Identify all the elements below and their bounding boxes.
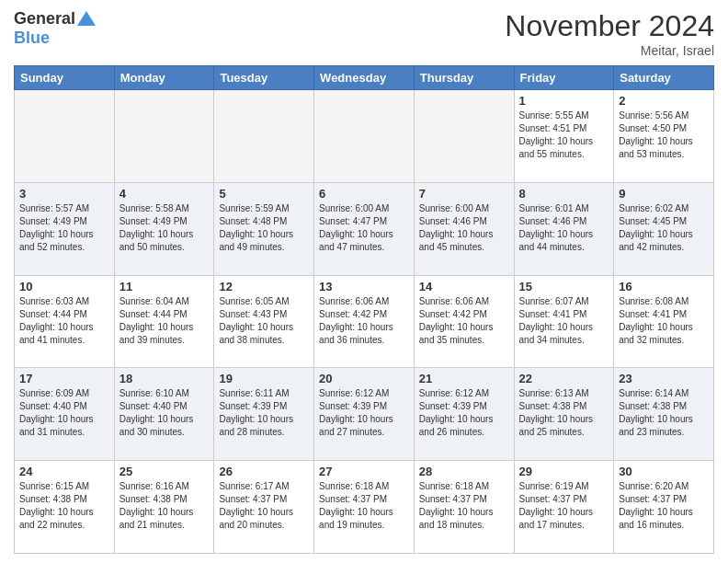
day-number: 2 xyxy=(619,94,709,108)
calendar-cell-w5-d3: 26Sunrise: 6:17 AM Sunset: 4:37 PM Dayli… xyxy=(214,461,314,554)
day-info: Sunrise: 6:11 AM Sunset: 4:39 PM Dayligh… xyxy=(219,387,309,439)
col-header-thursday: Thursday xyxy=(414,66,514,90)
title-section: November 2024 Meitar, Israel xyxy=(505,9,714,58)
calendar-cell-w2-d5: 7Sunrise: 6:00 AM Sunset: 4:46 PM Daylig… xyxy=(414,182,514,275)
day-number: 29 xyxy=(519,465,609,478)
day-number: 4 xyxy=(119,187,210,201)
day-number: 11 xyxy=(119,280,210,293)
calendar-cell-w1-d6: 1Sunrise: 5:55 AM Sunset: 4:51 PM Daylig… xyxy=(514,90,614,183)
day-number: 26 xyxy=(219,465,309,478)
day-info: Sunrise: 6:06 AM Sunset: 4:42 PM Dayligh… xyxy=(319,295,409,347)
calendar-cell-w4-d7: 23Sunrise: 6:14 AM Sunset: 4:38 PM Dayli… xyxy=(614,368,714,461)
day-number: 8 xyxy=(519,187,609,201)
day-number: 17 xyxy=(19,372,109,385)
day-number: 5 xyxy=(219,187,309,201)
day-number: 12 xyxy=(219,280,309,293)
day-info: Sunrise: 6:00 AM Sunset: 4:47 PM Dayligh… xyxy=(319,202,409,254)
calendar-cell-w3-d6: 15Sunrise: 6:07 AM Sunset: 4:41 PM Dayli… xyxy=(514,275,614,368)
day-number: 7 xyxy=(419,187,509,201)
logo-text: General xyxy=(14,9,96,29)
day-info: Sunrise: 6:18 AM Sunset: 4:37 PM Dayligh… xyxy=(419,480,509,532)
day-number: 21 xyxy=(419,372,509,385)
day-number: 16 xyxy=(619,280,709,293)
calendar-cell-w5-d5: 28Sunrise: 6:18 AM Sunset: 4:37 PM Dayli… xyxy=(414,461,514,554)
calendar-cell-w3-d1: 10Sunrise: 6:03 AM Sunset: 4:44 PM Dayli… xyxy=(15,275,115,368)
day-info: Sunrise: 6:16 AM Sunset: 4:38 PM Dayligh… xyxy=(119,480,210,532)
day-number: 9 xyxy=(619,187,709,201)
day-number: 10 xyxy=(19,280,109,293)
day-info: Sunrise: 6:05 AM Sunset: 4:43 PM Dayligh… xyxy=(219,295,309,347)
calendar-cell-w3-d4: 13Sunrise: 6:06 AM Sunset: 4:42 PM Dayli… xyxy=(314,275,415,368)
day-info: Sunrise: 5:58 AM Sunset: 4:49 PM Dayligh… xyxy=(119,202,210,254)
day-number: 24 xyxy=(19,465,109,478)
day-info: Sunrise: 6:14 AM Sunset: 4:38 PM Dayligh… xyxy=(619,387,709,439)
day-info: Sunrise: 6:01 AM Sunset: 4:46 PM Dayligh… xyxy=(519,202,609,254)
calendar-cell-w5-d7: 30Sunrise: 6:20 AM Sunset: 4:37 PM Dayli… xyxy=(614,461,714,554)
day-number: 3 xyxy=(19,187,109,201)
day-number: 30 xyxy=(619,465,709,478)
day-number: 25 xyxy=(119,465,210,478)
calendar-cell-w1-d4 xyxy=(314,90,415,183)
calendar-cell-w1-d2 xyxy=(114,90,214,183)
calendar-cell-w1-d1 xyxy=(15,90,115,183)
calendar-week-5: 24Sunrise: 6:15 AM Sunset: 4:38 PM Dayli… xyxy=(15,461,714,554)
day-info: Sunrise: 6:06 AM Sunset: 4:42 PM Dayligh… xyxy=(419,295,509,347)
col-header-wednesday: Wednesday xyxy=(314,66,415,90)
col-header-monday: Monday xyxy=(114,66,214,90)
header: General Blue November 2024 Meitar, Israe… xyxy=(14,9,714,58)
day-info: Sunrise: 6:04 AM Sunset: 4:44 PM Dayligh… xyxy=(119,295,210,347)
day-info: Sunrise: 6:09 AM Sunset: 4:40 PM Dayligh… xyxy=(19,387,109,439)
calendar-cell-w2-d3: 5Sunrise: 5:59 AM Sunset: 4:48 PM Daylig… xyxy=(214,182,314,275)
col-header-saturday: Saturday xyxy=(614,66,714,90)
location: Meitar, Israel xyxy=(505,43,714,58)
day-info: Sunrise: 5:56 AM Sunset: 4:50 PM Dayligh… xyxy=(619,109,709,161)
logo-general-text: General xyxy=(14,9,75,29)
calendar-cell-w5-d6: 29Sunrise: 6:19 AM Sunset: 4:37 PM Dayli… xyxy=(514,461,614,554)
calendar-cell-w3-d2: 11Sunrise: 6:04 AM Sunset: 4:44 PM Dayli… xyxy=(114,275,214,368)
calendar-cell-w4-d4: 20Sunrise: 6:12 AM Sunset: 4:39 PM Dayli… xyxy=(314,368,415,461)
calendar-cell-w4-d6: 22Sunrise: 6:13 AM Sunset: 4:38 PM Dayli… xyxy=(514,368,614,461)
calendar-cell-w5-d1: 24Sunrise: 6:15 AM Sunset: 4:38 PM Dayli… xyxy=(15,461,115,554)
calendar-cell-w4-d1: 17Sunrise: 6:09 AM Sunset: 4:40 PM Dayli… xyxy=(15,368,115,461)
col-header-tuesday: Tuesday xyxy=(214,66,314,90)
calendar-cell-w2-d4: 6Sunrise: 6:00 AM Sunset: 4:47 PM Daylig… xyxy=(314,182,415,275)
calendar-cell-w5-d4: 27Sunrise: 6:18 AM Sunset: 4:37 PM Dayli… xyxy=(314,461,415,554)
calendar-cell-w4-d3: 19Sunrise: 6:11 AM Sunset: 4:39 PM Dayli… xyxy=(214,368,314,461)
calendar-week-2: 3Sunrise: 5:57 AM Sunset: 4:49 PM Daylig… xyxy=(15,182,714,275)
calendar-week-3: 10Sunrise: 6:03 AM Sunset: 4:44 PM Dayli… xyxy=(15,275,714,368)
calendar-cell-w2-d1: 3Sunrise: 5:57 AM Sunset: 4:49 PM Daylig… xyxy=(15,182,115,275)
calendar-header-row: Sunday Monday Tuesday Wednesday Thursday… xyxy=(15,66,714,90)
day-info: Sunrise: 6:12 AM Sunset: 4:39 PM Dayligh… xyxy=(419,387,509,439)
col-header-friday: Friday xyxy=(514,66,614,90)
calendar-cell-w3-d5: 14Sunrise: 6:06 AM Sunset: 4:42 PM Dayli… xyxy=(414,275,514,368)
logo: General Blue xyxy=(14,9,96,48)
day-number: 28 xyxy=(419,465,509,478)
day-info: Sunrise: 6:07 AM Sunset: 4:41 PM Dayligh… xyxy=(519,295,609,347)
day-number: 13 xyxy=(319,280,409,293)
day-info: Sunrise: 6:08 AM Sunset: 4:41 PM Dayligh… xyxy=(619,295,709,347)
calendar-cell-w4-d5: 21Sunrise: 6:12 AM Sunset: 4:39 PM Dayli… xyxy=(414,368,514,461)
day-info: Sunrise: 6:17 AM Sunset: 4:37 PM Dayligh… xyxy=(219,480,309,532)
calendar-cell-w2-d6: 8Sunrise: 6:01 AM Sunset: 4:46 PM Daylig… xyxy=(514,182,614,275)
calendar-cell-w1-d5 xyxy=(414,90,514,183)
day-info: Sunrise: 6:10 AM Sunset: 4:40 PM Dayligh… xyxy=(119,387,210,439)
day-info: Sunrise: 5:59 AM Sunset: 4:48 PM Dayligh… xyxy=(219,202,309,254)
calendar-cell-w5-d2: 25Sunrise: 6:16 AM Sunset: 4:38 PM Dayli… xyxy=(114,461,214,554)
day-number: 20 xyxy=(319,372,409,385)
calendar-cell-w4-d2: 18Sunrise: 6:10 AM Sunset: 4:40 PM Dayli… xyxy=(114,368,214,461)
day-info: Sunrise: 6:00 AM Sunset: 4:46 PM Dayligh… xyxy=(419,202,509,254)
day-info: Sunrise: 6:19 AM Sunset: 4:37 PM Dayligh… xyxy=(519,480,609,532)
page: General Blue November 2024 Meitar, Israe… xyxy=(0,0,728,563)
day-info: Sunrise: 6:03 AM Sunset: 4:44 PM Dayligh… xyxy=(19,295,109,347)
calendar-cell-w1-d7: 2Sunrise: 5:56 AM Sunset: 4:50 PM Daylig… xyxy=(614,90,714,183)
day-number: 22 xyxy=(519,372,609,385)
day-number: 23 xyxy=(619,372,709,385)
day-info: Sunrise: 6:20 AM Sunset: 4:37 PM Dayligh… xyxy=(619,480,709,532)
day-info: Sunrise: 6:18 AM Sunset: 4:37 PM Dayligh… xyxy=(319,480,409,532)
calendar-cell-w3-d3: 12Sunrise: 6:05 AM Sunset: 4:43 PM Dayli… xyxy=(214,275,314,368)
day-info: Sunrise: 6:15 AM Sunset: 4:38 PM Dayligh… xyxy=(19,480,109,532)
day-number: 19 xyxy=(219,372,309,385)
logo-blue-text: Blue xyxy=(14,29,50,48)
col-header-sunday: Sunday xyxy=(15,66,115,90)
day-number: 6 xyxy=(319,187,409,201)
